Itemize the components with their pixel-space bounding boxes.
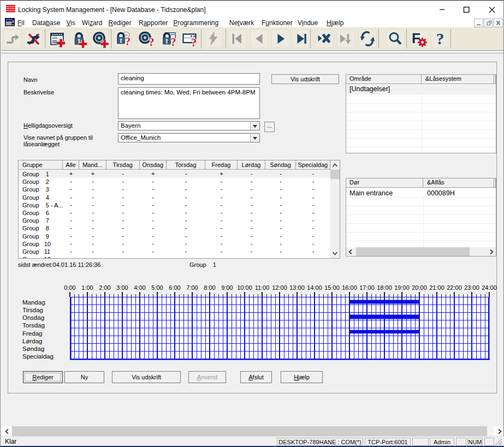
svg-text:?: ? bbox=[125, 35, 131, 47]
svg-text:?: ? bbox=[436, 30, 444, 47]
svg-text:?: ? bbox=[170, 36, 176, 48]
svg-text:?: ? bbox=[149, 35, 155, 48]
svg-text:?: ? bbox=[191, 36, 197, 48]
svg-text:F: F bbox=[412, 30, 420, 46]
